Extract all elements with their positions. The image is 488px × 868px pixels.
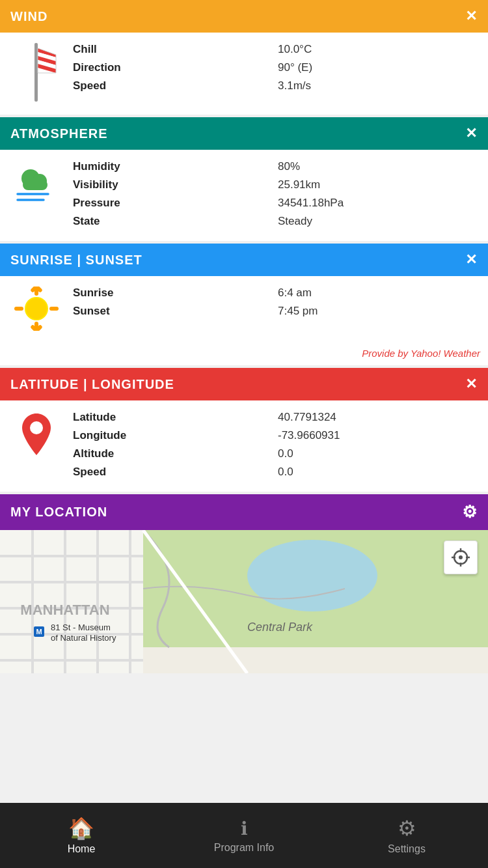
svg-rect-15 <box>14 307 23 311</box>
mylocation-section: MY LOCATION ⚙ <box>0 494 488 673</box>
sunset-value: 7:45 pm <box>278 305 478 318</box>
atmosphere-header: ATMOSPHERE ✕ <box>0 117 488 150</box>
atmosphere-data: Humidity 80% Visibility 25.91km Pressure… <box>73 160 478 228</box>
wind-header: WIND ✕ <box>0 0 488 33</box>
svg-point-45 <box>459 555 463 559</box>
home-label: Home <box>68 843 96 855</box>
sunrise-title: SUNRISE | SUNSET <box>10 253 142 268</box>
humidity-label: Humidity <box>73 160 273 173</box>
atmosphere-icon <box>10 160 62 209</box>
sunrise-data: Sunrise 6:4 am Sunset 7:45 pm <box>73 287 478 318</box>
sunrise-header: SUNRISE | SUNSET ✕ <box>0 244 488 276</box>
map-container[interactable]: MANHATTAN Central Park M 81 St - Museum … <box>0 530 488 673</box>
svg-rect-16 <box>49 307 59 311</box>
svg-point-27 <box>247 540 377 611</box>
altitude-label: Altitude <box>73 447 273 460</box>
wind-section: WIND ✕ <box>0 0 488 115</box>
wind-speed-label: Speed <box>73 79 273 92</box>
latlong-speed-label: Speed <box>73 466 273 479</box>
latlong-data: Latitude 40.7791324 Longitude -73.966093… <box>73 411 478 479</box>
wind-close-icon[interactable]: ✕ <box>465 8 478 25</box>
wind-speed-value: 3.1m/s <box>278 79 478 92</box>
settings-icon: ⚙ <box>398 816 416 841</box>
bottom-nav: 🏠 Home ℹ Program Info ⚙ Settings <box>0 803 488 868</box>
sunrise-body: Sunrise 6:4 am Sunset 7:45 pm <box>0 276 488 344</box>
home-icon: 🏠 <box>68 816 94 841</box>
atmosphere-close-icon[interactable]: ✕ <box>465 125 478 142</box>
svg-text:Central Park: Central Park <box>247 621 313 634</box>
wind-title: WIND <box>10 9 47 24</box>
sunrise-close-icon[interactable]: ✕ <box>465 251 478 268</box>
direction-value: 90° (E) <box>278 61 478 74</box>
mylocation-title: MY LOCATION <box>10 505 107 520</box>
chill-label: Chill <box>73 43 273 56</box>
programinfo-label: Program Info <box>214 842 274 854</box>
latlong-header: LATITUDE | LONGITUDE ✕ <box>0 368 488 400</box>
humidity-value: 80% <box>278 160 478 173</box>
pressure-label: Pressure <box>73 197 273 210</box>
sun-icon <box>10 287 62 331</box>
atmosphere-title: ATMOSPHERE <box>10 126 108 141</box>
wind-icon <box>10 43 62 102</box>
nav-program-info[interactable]: ℹ Program Info <box>163 803 325 868</box>
altitude-value: 0.0 <box>278 447 478 460</box>
chill-value: 10.0°C <box>278 43 478 56</box>
latlong-title: LATITUDE | LONGITUDE <box>10 377 174 392</box>
svg-rect-10 <box>23 180 47 190</box>
info-icon: ℹ <box>241 818 248 839</box>
atmosphere-body: Humidity 80% Visibility 25.91km Pressure… <box>0 150 488 241</box>
atmosphere-section: ATMOSPHERE ✕ Humidity 80% Visibilit <box>0 117 488 241</box>
sunrise-label: Sunrise <box>73 287 273 300</box>
latlong-speed-value: 0.0 <box>278 466 478 479</box>
settings-label: Settings <box>388 843 426 855</box>
nav-home[interactable]: 🏠 Home <box>0 803 163 868</box>
wind-data: Chill 10.0°C Direction 90° (E) Speed 3.1… <box>73 43 478 92</box>
state-label: State <box>73 215 273 228</box>
svg-rect-0 <box>34 43 38 102</box>
longitude-value: -73.9660931 <box>278 429 478 442</box>
svg-point-22 <box>26 298 47 319</box>
svg-text:M: M <box>36 628 42 636</box>
svg-text:81 St - Museum: 81 St - Museum <box>51 623 111 632</box>
direction-label: Direction <box>73 61 273 74</box>
latitude-label: Latitude <box>73 411 273 424</box>
sunrise-value: 6:4 am <box>278 287 478 300</box>
svg-point-23 <box>30 421 43 434</box>
latlong-close-icon[interactable]: ✕ <box>465 376 478 393</box>
pressure-value: 34541.18hPa <box>278 197 478 210</box>
nav-settings[interactable]: ⚙ Settings <box>325 803 488 868</box>
latitude-value: 40.7791324 <box>278 411 478 424</box>
sunset-label: Sunset <box>73 305 273 318</box>
svg-text:MANHATTAN: MANHATTAN <box>20 602 109 618</box>
state-value: Steady <box>278 215 478 228</box>
wind-body: Chill 10.0°C Direction 90° (E) Speed 3.1… <box>0 33 488 115</box>
map-location-button[interactable] <box>444 540 478 574</box>
latlong-body: Latitude 40.7791324 Longitude -73.966093… <box>0 400 488 492</box>
attribution-text: Provide by Yahoo! Weather <box>0 344 488 365</box>
visibility-value: 25.91km <box>278 178 478 191</box>
latlong-section: LATITUDE | LONGITUDE ✕ Latitude 40.77913… <box>0 368 488 492</box>
sunrise-section: SUNRISE | SUNSET ✕ <box>0 244 488 365</box>
svg-text:of Natural History: of Natural History <box>51 633 116 643</box>
longitude-label: Longitude <box>73 429 273 442</box>
visibility-label: Visibility <box>73 178 273 191</box>
mylocation-header: MY LOCATION ⚙ <box>0 494 488 530</box>
pin-icon <box>10 411 62 460</box>
mylocation-settings-icon[interactable]: ⚙ <box>462 502 478 522</box>
